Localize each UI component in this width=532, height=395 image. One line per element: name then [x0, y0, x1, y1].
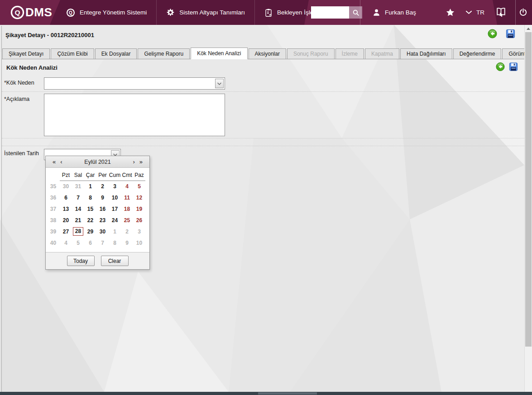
week-number: 40: [47, 237, 60, 248]
calendar-day[interactable]: 1: [84, 181, 96, 192]
kok-neden-input[interactable]: [44, 78, 225, 89]
help-guide-button[interactable]: [494, 0, 508, 25]
calendar-day[interactable]: 31: [72, 181, 84, 192]
calendar-day[interactable]: 12: [133, 192, 145, 203]
kok-neden-combobox[interactable]: [44, 77, 225, 90]
tab-hata-dagilimlari[interactable]: Hata Dağılımları: [400, 48, 452, 59]
aciklama-textarea[interactable]: [44, 94, 225, 136]
calendar-day[interactable]: 6: [60, 192, 72, 203]
calendar-day[interactable]: 8: [109, 237, 121, 248]
calendar-day[interactable]: 17: [109, 203, 121, 214]
next-month-button[interactable]: ›: [130, 158, 137, 165]
calendar-day[interactable]: 2: [96, 181, 109, 192]
calendar-week-row: 3927282930123: [47, 226, 145, 237]
calendar-day[interactable]: 5: [72, 237, 84, 248]
horizontal-scrollbar-thumb[interactable]: [258, 392, 317, 395]
menu-item-sistem-altyapi-tanimlari[interactable]: Sistem Altyapı Tanımları: [156, 0, 254, 25]
calendar-month-title: Eylül 2021: [65, 159, 131, 165]
calendar-day[interactable]: 30: [60, 181, 72, 192]
calendar-day[interactable]: 15: [84, 203, 96, 214]
calendar-day[interactable]: 7: [72, 192, 84, 203]
tab-ek-dosyalar[interactable]: Ek Dosyalar: [95, 48, 137, 59]
app-logo[interactable]: Q DMS: [10, 0, 52, 25]
calendar-day[interactable]: 23: [96, 214, 109, 226]
svg-text:Q: Q: [14, 9, 20, 16]
calendar-day[interactable]: 11: [121, 192, 133, 203]
selected-day[interactable]: 28: [73, 227, 83, 236]
language-selector[interactable]: TR: [465, 0, 484, 25]
calendar-day[interactable]: 26: [133, 214, 145, 226]
section-save-button[interactable]: [509, 62, 518, 71]
svg-text:Q: Q: [69, 10, 72, 15]
calendar-day[interactable]: 28: [72, 226, 84, 237]
vertical-scrollbar[interactable]: [524, 25, 532, 392]
tab-sonuc-raporu: Sonuç Raporu: [287, 48, 335, 59]
today-button[interactable]: Today: [67, 256, 95, 266]
week-number: 38: [47, 214, 60, 226]
favorites-button[interactable]: [446, 0, 455, 25]
emblem-icon: Q: [66, 8, 75, 17]
week-number: 36: [47, 192, 60, 203]
tab-sikayet-detayi[interactable]: Şikayet Detayı: [2, 48, 50, 59]
back-button[interactable]: [488, 29, 497, 38]
tab-gelisme-raporu[interactable]: Gelişme Raporu: [138, 48, 190, 59]
tab-degerlendirme[interactable]: Değerlendirme: [453, 48, 502, 59]
calendar-day[interactable]: 29: [84, 226, 96, 237]
calendar-day[interactable]: 2: [121, 226, 133, 237]
form-row-empty: [2, 138, 524, 146]
save-button[interactable]: [506, 29, 515, 38]
menu-item-entegre-yonetim-sistemi[interactable]: QEntegre Yönetim Sistemi: [57, 0, 156, 25]
tab-cozum-ekibi[interactable]: Çözüm Ekibi: [51, 48, 94, 59]
tab-bar: Şikayet DetayıÇözüm EkibiEk DosyalarGeli…: [2, 44, 524, 59]
prev-month-button[interactable]: ‹: [58, 158, 64, 165]
calendar-day[interactable]: 19: [133, 203, 145, 214]
weekday-header: Cum: [109, 170, 121, 181]
search-input[interactable]: [311, 6, 349, 19]
calendar-day[interactable]: 1: [109, 226, 121, 237]
tab-goruntule[interactable]: Görüntüle: [502, 48, 524, 59]
page-title: Şikayet Detayı - 0012R20210001: [2, 25, 524, 38]
tab-kok-neden-analizi[interactable]: Kök Neden Analizi: [191, 48, 247, 59]
combo-arrow-icon: [217, 82, 222, 86]
calendar-day[interactable]: 3: [109, 181, 121, 192]
calendar-day[interactable]: 4: [121, 181, 133, 192]
calendar-day[interactable]: 20: [60, 214, 72, 226]
calendar-day[interactable]: 25: [121, 214, 133, 226]
calendar-day[interactable]: 22: [84, 214, 96, 226]
calendar-week-row: 3713141516171819: [47, 203, 145, 214]
calendar-day[interactable]: 4: [60, 237, 72, 248]
calendar-day[interactable]: 5: [133, 181, 145, 192]
calendar-day[interactable]: 7: [96, 237, 109, 248]
scroll-up-button[interactable]: [525, 25, 532, 32]
week-number: 37: [47, 203, 60, 214]
calendar-day[interactable]: 8: [84, 192, 96, 203]
horizontal-scrollbar[interactable]: [0, 392, 532, 395]
logout-button[interactable]: [518, 0, 528, 25]
calendar-day[interactable]: 10: [109, 192, 121, 203]
calendar-day[interactable]: 3: [133, 226, 145, 237]
calendar-day[interactable]: 9: [96, 192, 109, 203]
calendar-day[interactable]: 13: [60, 203, 72, 214]
form-row-kok-neden: *Kök Neden: [2, 76, 524, 92]
kok-neden-dropdown-button[interactable]: [215, 79, 224, 88]
calendar-day[interactable]: 6: [84, 237, 96, 248]
calendar-day[interactable]: 14: [72, 203, 84, 214]
prev-year-button[interactable]: «: [50, 158, 58, 165]
section-back-button[interactable]: [496, 62, 505, 71]
calendar-week-row: 35303112345: [47, 181, 145, 192]
calendar-day[interactable]: 9: [121, 237, 133, 248]
tab-aksiyonlar[interactable]: Aksiyonlar: [249, 48, 286, 59]
vertical-scrollbar-thumb[interactable]: [525, 32, 532, 347]
calendar-day[interactable]: 30: [96, 226, 109, 237]
calendar-day[interactable]: 18: [121, 203, 133, 214]
calendar-day[interactable]: 10: [133, 237, 145, 248]
calendar-day[interactable]: 16: [96, 203, 109, 214]
calendar-day[interactable]: 24: [109, 214, 121, 226]
clear-button[interactable]: Clear: [101, 256, 129, 266]
next-year-button[interactable]: »: [137, 158, 145, 165]
user-menu[interactable]: Furkan Baş: [372, 0, 416, 25]
calendar-week-row: 366789101112: [47, 192, 145, 203]
calendar-day[interactable]: 21: [72, 214, 84, 226]
calendar-day[interactable]: 27: [60, 226, 72, 237]
date-picker-popup: « ‹ Eylül 2021 › » PztSalÇarPerCumCmtPaz…: [45, 156, 150, 270]
